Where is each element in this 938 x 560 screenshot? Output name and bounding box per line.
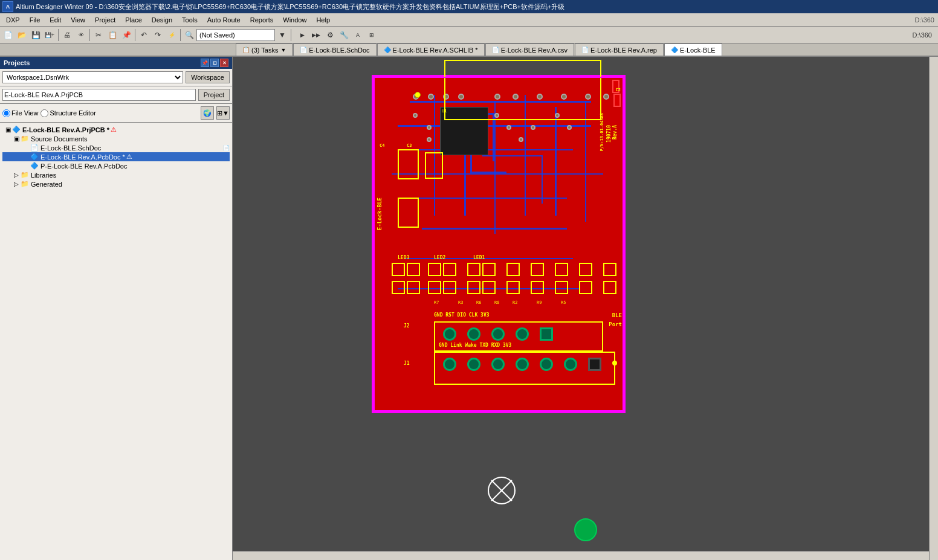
tree-item-libraries[interactable]: ▷ 📁 Libraries bbox=[2, 170, 230, 179]
sidebar-pin-btn[interactable]: 📌 bbox=[201, 59, 209, 67]
sidebar-float-btn[interactable]: ⊡ bbox=[210, 59, 219, 67]
tab-schlib-label: E-Lock-BLE Rev.A.SCHLIB * bbox=[393, 47, 478, 54]
sidebar-title: Projects bbox=[4, 59, 30, 66]
tree-item-source[interactable]: ▣ 📁 Source Documents bbox=[2, 134, 230, 143]
tb-extra2[interactable]: ▶▶ bbox=[309, 28, 323, 42]
tree-label-pcbdoc: E-Lock-BLE Rev.A.PcbDoc * bbox=[40, 153, 125, 161]
refresh-btn[interactable]: 🌍 bbox=[201, 106, 214, 120]
menu-project[interactable]: Project bbox=[90, 15, 120, 25]
cut-btn[interactable]: ✂ bbox=[92, 28, 105, 42]
sidebar: Projects 📌 ⊡ ✕ Workspace1.DsnWrk Workspa… bbox=[0, 57, 233, 560]
tree-badge-root: ⚠ bbox=[111, 126, 117, 134]
workspace-button[interactable]: Workspace bbox=[186, 71, 230, 83]
options-btn[interactable]: ⊞▼ bbox=[216, 106, 230, 120]
sep5 bbox=[291, 29, 291, 41]
sidebar-header: Projects 📌 ⊡ ✕ bbox=[0, 57, 232, 69]
tree-toggle-libraries[interactable]: ▷ bbox=[12, 172, 21, 178]
undo-btn[interactable]: ↶ bbox=[137, 28, 150, 42]
tree-label-root: E-Lock-BLE Rev.A.PrjPCB * bbox=[22, 126, 109, 134]
open-btn[interactable]: 📂 bbox=[15, 28, 28, 42]
structure-editor-radio[interactable]: Structure Editor bbox=[40, 109, 95, 117]
menu-place[interactable]: Place bbox=[120, 15, 147, 25]
menu-view[interactable]: View bbox=[66, 15, 90, 25]
menu-reports[interactable]: Reports bbox=[245, 15, 279, 25]
menubar: DXP File Edit View Project Place Design … bbox=[0, 13, 938, 27]
tb-extra6[interactable]: ⊞ bbox=[365, 28, 378, 42]
menu-help[interactable]: Help bbox=[311, 15, 335, 25]
sep3 bbox=[135, 29, 135, 41]
tree-item-root[interactable]: ▣ 🔷 E-Lock-BLE Rev.A.PrjPCB * ⚠ bbox=[2, 125, 230, 134]
scrollbar-horizontal[interactable] bbox=[233, 551, 929, 560]
tree-item-schdoc[interactable]: 📄 E-Lock-BLE.SchDoc 📄 bbox=[2, 143, 230, 152]
file-view-radio[interactable]: File View bbox=[2, 109, 38, 117]
tree-item-generated[interactable]: ▷ 📁 Generated bbox=[2, 179, 230, 188]
tree-ext-schdoc: 📄 bbox=[223, 145, 230, 151]
menu-autoroute[interactable]: Auto Route bbox=[202, 15, 245, 25]
tree-icon-source: 📁 bbox=[21, 135, 29, 143]
menu-tools[interactable]: Tools bbox=[177, 15, 202, 25]
tree-item-pcbdoc[interactable]: 🔷 E-Lock-BLE Rev.A.PcbDoc * ⚠ bbox=[2, 152, 230, 161]
sidebar-controls2: File View Structure Editor 🌍 ⊞▼ bbox=[0, 104, 232, 123]
tab-tasks[interactable]: 📋 (3) Tasks ▼ bbox=[236, 43, 293, 56]
tree-label-libraries: Libraries bbox=[31, 172, 56, 179]
tree-icon-pcbdoc: 🔷 bbox=[30, 153, 39, 161]
pcb-board[interactable]: U1 C2 bbox=[372, 75, 626, 413]
tab-rep[interactable]: 📄 E-Lock-BLE Rev.A.rep bbox=[575, 43, 664, 56]
tab-tasks-icon: 📋 bbox=[242, 47, 250, 53]
project-button[interactable]: Project bbox=[198, 89, 230, 101]
canvas-area[interactable]: U1 C2 bbox=[233, 57, 938, 560]
sidebar-close-btn[interactable]: ✕ bbox=[220, 59, 228, 67]
menu-edit[interactable]: Edit bbox=[45, 15, 66, 25]
sep2 bbox=[89, 29, 90, 41]
menu-window[interactable]: Window bbox=[278, 15, 311, 25]
copy-btn[interactable]: 📋 bbox=[106, 28, 119, 42]
pcb-canvas[interactable]: U1 C2 bbox=[233, 57, 938, 560]
tree-label-ppcbdoc: P-E-Lock-BLE Rev.A.PcbDoc bbox=[40, 163, 127, 170]
not-saved-input[interactable] bbox=[196, 29, 275, 41]
redo-btn[interactable]: ↷ bbox=[151, 28, 164, 42]
tab-schlib[interactable]: 🔷 E-Lock-BLE Rev.A.SCHLIB * bbox=[377, 43, 485, 56]
toolbar: 📄 📂 💾 💾+ 🖨 👁 ✂ 📋 📌 ↶ ↷ ⚡ 🔍 ▼ ▶ ▶▶ ⚙ 🔧 A … bbox=[0, 27, 938, 43]
preview-btn[interactable]: 👁 bbox=[74, 28, 88, 42]
compile-btn[interactable]: ⚡ bbox=[165, 28, 178, 42]
project-input[interactable] bbox=[2, 89, 196, 101]
scrollbar-vertical[interactable] bbox=[929, 57, 938, 560]
tb-extra3[interactable]: ⚙ bbox=[323, 28, 337, 42]
menu-file[interactable]: File bbox=[25, 15, 45, 25]
print-btn[interactable]: 🖨 bbox=[60, 28, 74, 42]
tb-extra4[interactable]: 🔧 bbox=[337, 28, 351, 42]
title-text: Altium Designer Winter 09 - D:\360安全浏览器下… bbox=[16, 2, 564, 11]
app-icon: A bbox=[2, 1, 13, 12]
titlebar: A Altium Designer Winter 09 - D:\360安全浏览… bbox=[0, 0, 938, 13]
save-all-btn[interactable]: 💾+ bbox=[43, 28, 56, 42]
menu-dxp[interactable]: DXP bbox=[1, 15, 25, 25]
cancel-symbol bbox=[487, 475, 517, 506]
zoom-btn[interactable]: 🔍 bbox=[183, 28, 196, 42]
tab-pcb[interactable]: 🔷 E-Lock-BLE bbox=[664, 43, 722, 56]
tab-tasks-arrow: ▼ bbox=[280, 47, 286, 53]
path-display: D:\360 bbox=[913, 31, 932, 39]
dropdown-btn[interactable]: ▼ bbox=[276, 28, 289, 42]
sidebar-controls: Workspace1.DsnWrk Workspace bbox=[0, 69, 232, 86]
tab-tasks-label: (3) Tasks bbox=[251, 47, 278, 54]
tree-badge-pcbdoc: ⚠ bbox=[126, 153, 132, 161]
sep4 bbox=[180, 29, 181, 41]
tab-schdoc[interactable]: 📄 E-Lock-BLE.SchDoc bbox=[293, 43, 376, 56]
green-circle-indicator bbox=[574, 518, 598, 542]
new-btn[interactable]: 📄 bbox=[1, 28, 15, 42]
workspace-dropdown[interactable]: Workspace1.DsnWrk bbox=[2, 71, 183, 83]
tab-rep-icon: 📄 bbox=[581, 47, 589, 53]
save-btn[interactable]: 💾 bbox=[29, 28, 42, 42]
tree-toggle-root[interactable]: ▣ bbox=[4, 126, 12, 133]
paste-btn[interactable]: 📌 bbox=[120, 28, 133, 42]
tree-toggle-source[interactable]: ▣ bbox=[12, 135, 21, 142]
tree-icon-generated: 📁 bbox=[21, 180, 29, 188]
tree-toggle-generated[interactable]: ▷ bbox=[12, 181, 21, 187]
sep1 bbox=[58, 29, 59, 41]
tab-csv[interactable]: 📄 E-Lock-BLE Rev.A.csv bbox=[485, 43, 574, 56]
tb-extra1[interactable]: ▶ bbox=[296, 28, 309, 42]
tb-extra5[interactable]: A bbox=[351, 28, 364, 42]
tab-schdoc-icon: 📄 bbox=[300, 47, 307, 53]
menu-design[interactable]: Design bbox=[147, 15, 177, 25]
tree-item-ppcbdoc[interactable]: 🔷 P-E-Lock-BLE Rev.A.PcbDoc bbox=[2, 161, 230, 170]
